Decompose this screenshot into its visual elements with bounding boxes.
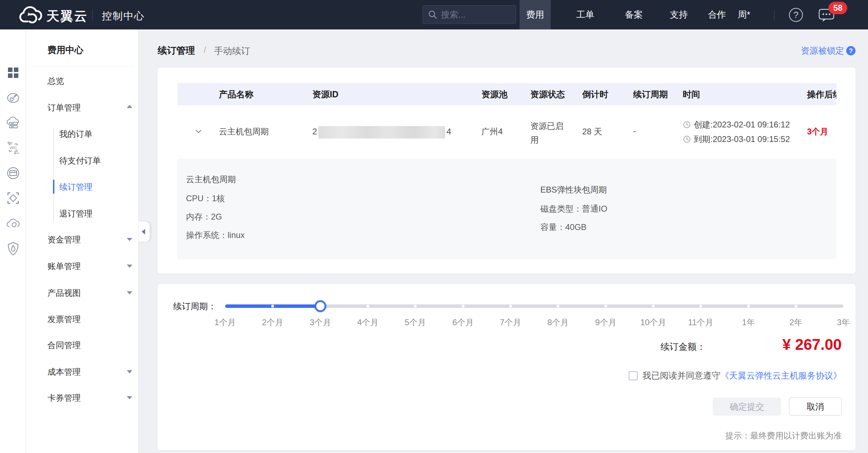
expand-arrow-icon[interactable] [127, 265, 132, 268]
expired-time-text: 到期:2023-03-01 09:15:52 [694, 134, 790, 145]
sidebar-item-my-orders[interactable]: 我的订单 [59, 128, 92, 140]
sidebar-item-cost-management[interactable]: 成本管理 [47, 366, 81, 378]
renewal-resource-card: 产品名称 资源ID 资源池 资源状态 倒计时 续订周期 时间 操作后续费 云主机… [158, 68, 856, 274]
slider-label-4m[interactable]: 4个月 [344, 317, 392, 328]
console-window-icon[interactable] [7, 167, 20, 180]
sidebar-item-renewal-management[interactable]: 续订管理 [59, 181, 92, 193]
scan-icon[interactable] [7, 192, 20, 205]
submenu-active-marker [53, 180, 54, 194]
cancel-button[interactable]: 取消 [789, 398, 842, 416]
vpc-icon[interactable]: VPC [7, 141, 20, 154]
slider-label-11m[interactable]: 11个月 [676, 317, 725, 328]
svg-text:VPC: VPC [9, 146, 17, 150]
slider-stop-dot[interactable] [414, 305, 417, 308]
question-circle-icon[interactable]: ? [846, 46, 856, 55]
slider-label-2m[interactable]: 2个月 [248, 317, 297, 328]
cell-after-action: 3个月 [807, 126, 828, 137]
slider-stop-dot[interactable] [509, 305, 512, 308]
sidebar-item-order-management[interactable]: 订单管理 [47, 102, 81, 113]
breadcrumb-parent[interactable]: 续订管理 [158, 44, 195, 57]
billing-note: 提示：最终费用以计费出账为准 [725, 430, 842, 441]
detail-left-title: 云主机包周期 [186, 174, 236, 185]
cloud-host-icon[interactable] [7, 116, 20, 130]
submenu-guide-line [53, 127, 54, 222]
cell-resource-id: 24 [312, 126, 451, 139]
clock-icon [683, 135, 691, 143]
resource-locked-link[interactable]: 资源被锁定 ? [801, 45, 856, 56]
sidebar-item-overview[interactable]: 总览 [47, 76, 64, 87]
global-search[interactable] [423, 5, 516, 24]
cell-product: 云主机包周期 [219, 126, 269, 137]
nav-tab-ticket[interactable]: 工单 [575, 0, 596, 29]
slider-label-6m[interactable]: 6个月 [439, 317, 487, 328]
slider-label-8m[interactable]: 8个月 [534, 317, 582, 328]
agreement-text: 我已阅读并同意遵守 [643, 370, 720, 381]
slider-handle[interactable] [315, 300, 326, 312]
sidebar-item-invoice-management[interactable]: 发票管理 [47, 314, 81, 325]
expand-arrow-icon[interactable] [127, 370, 132, 373]
slider-stop-dot[interactable] [795, 305, 797, 308]
slider-label-7m[interactable]: 7个月 [486, 317, 535, 328]
created-time-text: 创建:2023-02-01 09:16:12 [694, 119, 790, 130]
product-icon-rail: VPC [0, 29, 26, 453]
slider-stop-dot[interactable] [271, 305, 274, 308]
app-grid-icon[interactable] [7, 66, 20, 79]
slider-stop-dot[interactable] [747, 305, 750, 308]
cell-countdown: 28 天 [582, 126, 602, 137]
navbar-divider [92, 9, 92, 20]
sidebar-item-coupon-management[interactable]: 卡券管理 [47, 392, 81, 403]
expand-arrow-icon[interactable] [127, 291, 132, 294]
col-header-after-action: 操作后续费 [807, 83, 836, 105]
slider-label-3y[interactable]: 3年 [819, 317, 868, 328]
user-menu[interactable]: 周* [738, 0, 750, 29]
agreement-link[interactable]: 《天翼云弹性云主机服务协议》 [720, 370, 842, 381]
nav-tab-filing[interactable]: 备案 [623, 0, 644, 29]
search-input[interactable] [441, 10, 510, 20]
sidebar-divider [30, 66, 134, 67]
agreement-row: 我已阅读并同意遵守 《天翼云弹性云主机服务协议》 [629, 370, 842, 381]
sidebar-item-pending-payment[interactable]: 待支付订单 [59, 155, 101, 166]
expand-arrow-icon[interactable] [127, 238, 132, 241]
detail-memory: 内存：2G [186, 211, 222, 222]
slider-stop-dot[interactable] [462, 305, 464, 308]
shield-icon[interactable] [7, 242, 20, 255]
slider-stop-dot[interactable] [652, 305, 655, 308]
slider-label-1m[interactable]: 1个月 [201, 317, 249, 328]
slider-stop-dot[interactable] [604, 305, 607, 308]
cloud-storage-icon[interactable] [7, 217, 20, 230]
expanded-detail-panel: 云主机包周期 CPU：1核 内存：2G 操作系统：linux EBS弹性块包周期… [177, 159, 836, 259]
sidebar-item-unsubscribe-management[interactable]: 退订管理 [59, 208, 92, 219]
dashboard-icon[interactable] [7, 91, 20, 105]
nav-tab-cooperation[interactable]: 合作 [707, 0, 727, 29]
submit-button[interactable]: 确定提交 [713, 398, 781, 416]
expand-arrow-icon[interactable] [127, 396, 132, 399]
sidebar-item-bill-management[interactable]: 账单管理 [47, 261, 81, 272]
help-icon[interactable]: ? [789, 8, 803, 22]
search-icon [428, 10, 437, 19]
slider-label-10m[interactable]: 10个月 [629, 317, 677, 328]
resource-id-suffix: 4 [446, 127, 451, 136]
slider-label-1y[interactable]: 1年 [724, 317, 773, 328]
nav-tab-billing[interactable]: 费用 [520, 0, 551, 29]
top-navbar: 天翼云 控制中心 费用 工单 备案 支持 合作 周* ? 58 [0, 0, 868, 29]
sidebar-item-product-view[interactable]: 产品视图 [47, 287, 81, 299]
resource-id-prefix: 2 [312, 127, 317, 136]
renew-amount-label: 续订金额： [661, 341, 706, 353]
col-header-product: 产品名称 [219, 83, 254, 105]
slider-label-5m[interactable]: 5个月 [391, 317, 440, 328]
resource-table: 产品名称 资源ID 资源池 资源状态 倒计时 续订周期 时间 操作后续费 云主机… [177, 83, 836, 259]
agreement-checkbox[interactable] [629, 371, 638, 380]
collapse-left-icon [142, 229, 145, 234]
slider-label-9m[interactable]: 9个月 [582, 317, 630, 328]
slider-stop-dot[interactable] [366, 305, 369, 308]
slider-stop-dot[interactable] [699, 305, 702, 308]
sidebar-collapse-handle[interactable] [139, 222, 150, 242]
sidebar-item-contract-management[interactable]: 合同管理 [47, 340, 81, 351]
slider-stop-dot[interactable] [557, 305, 559, 308]
sidebar-item-funds-management[interactable]: 资金管理 [47, 234, 81, 245]
collapse-arrow-icon[interactable] [127, 105, 132, 108]
row-expand-chevron-down-icon[interactable] [194, 127, 203, 137]
slider-label-3m[interactable]: 3个月 [296, 317, 345, 328]
nav-tab-support[interactable]: 支持 [668, 0, 689, 29]
slider-label-2y[interactable]: 2年 [772, 317, 820, 328]
